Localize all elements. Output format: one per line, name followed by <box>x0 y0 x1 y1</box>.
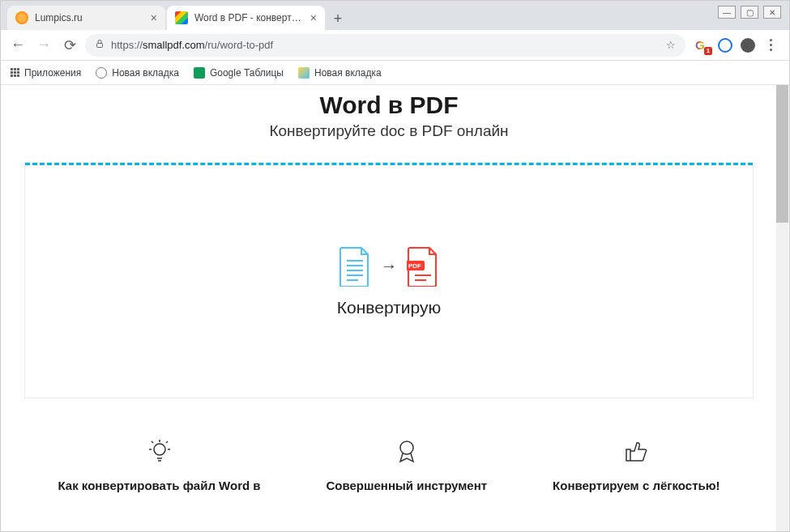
scrollbar-thumb[interactable] <box>776 85 788 223</box>
profile-avatar[interactable] <box>741 38 755 53</box>
svg-point-10 <box>154 444 165 455</box>
apps-grid-icon <box>11 68 19 77</box>
feature-title: Конвертируем с лёгкостью! <box>553 479 720 492</box>
tab-strip: Lumpics.ru × Word в PDF - конвертируйте … <box>1 1 789 30</box>
url-path: /ru/word-to-pdf <box>205 39 274 51</box>
favicon-lumpics <box>15 11 28 24</box>
extension-area: G1 <box>690 38 783 53</box>
kebab-menu-icon[interactable] <box>763 38 778 53</box>
award-icon <box>394 438 420 464</box>
favicon-smallpdf <box>175 11 188 24</box>
converting-status-label: Конвертирую <box>337 298 441 317</box>
new-tab-button[interactable]: + <box>327 7 349 30</box>
sheets-icon <box>194 67 205 79</box>
feature-card: Конвертируем с лёгкостью! <box>553 438 720 492</box>
conversion-drop-zone[interactable]: → PDF Конвертирую <box>25 163 753 398</box>
globe-icon <box>96 67 107 79</box>
svg-point-16 <box>400 441 413 454</box>
page-subtitle: Конвертируйте doc в PDF онлайн <box>25 122 753 140</box>
pdf-file-icon: PDF <box>407 246 439 287</box>
extension-badge: 1 <box>704 47 712 55</box>
forward-button[interactable]: → <box>33 35 54 56</box>
page-content: Word в PDF Конвертируйте doc в PDF онлай… <box>1 85 777 531</box>
bookmark-star-icon[interactable]: ☆ <box>666 39 676 51</box>
image-icon <box>298 67 310 79</box>
feature-title: Как конвертировать файл Word в <box>58 479 260 492</box>
address-bar[interactable]: https:// smallpdf.com /ru/word-to-pdf ☆ <box>85 34 685 57</box>
lock-icon <box>95 39 105 51</box>
back-button[interactable]: ← <box>7 35 28 56</box>
svg-line-15 <box>166 441 168 443</box>
features-row: Как конвертировать файл Word в Совершенн… <box>25 438 753 492</box>
tab-title: Word в PDF - конвертируйте DO <box>194 12 304 23</box>
bookmark-item[interactable]: Новая вкладка <box>298 67 382 79</box>
feature-title: Совершенный инструмент <box>327 479 488 492</box>
conversion-graphic: → PDF <box>339 246 439 287</box>
bookmark-label: Новая вкладка <box>112 67 179 79</box>
url-scheme: https:// <box>111 39 143 51</box>
page-title: Word в PDF <box>25 92 753 119</box>
apps-button[interactable]: Приложения <box>11 67 81 79</box>
doc-file-icon <box>339 246 371 287</box>
feature-card: Как конвертировать файл Word в <box>58 438 260 492</box>
bookmark-item[interactable]: Новая вкладка <box>96 67 179 79</box>
tab-smallpdf[interactable]: Word в PDF - конвертируйте DO × <box>167 6 325 30</box>
svg-line-14 <box>152 441 153 443</box>
close-tab-icon[interactable]: × <box>310 11 317 24</box>
svg-rect-0 <box>97 44 103 48</box>
close-tab-icon[interactable]: × <box>151 11 157 24</box>
extension-g-icon[interactable]: G1 <box>695 38 710 53</box>
bookmarks-bar: Приложения Новая вкладка Google Таблицы … <box>1 61 789 85</box>
svg-text:PDF: PDF <box>408 262 421 270</box>
page-viewport: Word в PDF Конвертируйте doc в PDF онлай… <box>1 85 789 531</box>
bookmark-label: Новая вкладка <box>314 67 382 79</box>
thumbs-up-icon <box>623 438 649 464</box>
tab-lumpics[interactable]: Lumpics.ru × <box>7 6 165 30</box>
arrow-right-icon: → <box>381 257 397 275</box>
browser-toolbar: ← → ⟳ https:// smallpdf.com /ru/word-to-… <box>1 30 789 61</box>
window-controls: — ▢ ✕ <box>718 6 781 19</box>
tab-title: Lumpics.ru <box>35 12 144 23</box>
url-host: smallpdf.com <box>143 39 205 51</box>
minimize-button[interactable]: — <box>718 6 736 19</box>
lightbulb-icon <box>147 438 173 464</box>
reload-button[interactable]: ⟳ <box>59 35 80 56</box>
globe-icon[interactable] <box>718 38 732 53</box>
bookmark-item[interactable]: Google Таблицы <box>194 67 284 79</box>
feature-card: Совершенный инструмент <box>327 438 488 492</box>
close-window-button[interactable]: ✕ <box>763 6 781 19</box>
maximize-button[interactable]: ▢ <box>741 6 758 19</box>
apps-label: Приложения <box>24 67 81 79</box>
bookmark-label: Google Таблицы <box>210 67 284 79</box>
